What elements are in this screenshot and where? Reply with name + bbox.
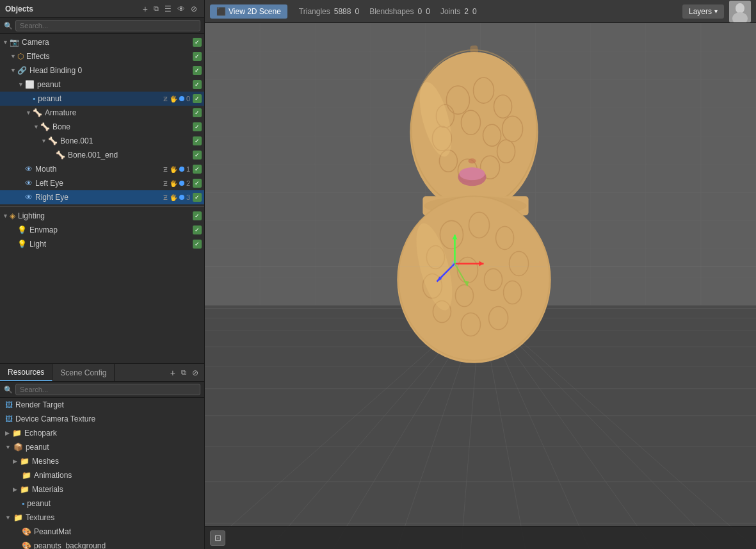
objects-search-bar: 🔍 [0, 18, 204, 34]
resources-search-bar: 🔍 [0, 382, 204, 398]
tool-icon-1: Ƶ [163, 95, 168, 102]
envmap-check: ✓ [193, 225, 202, 234]
tree-item-effects[interactable]: ▼ ⬡ Effects ✓ [0, 49, 204, 63]
resource-item-textures[interactable]: ▼ 📁 Textures [0, 511, 204, 525]
mouth-icon: 👁 [25, 165, 33, 174]
grid-background [205, 23, 756, 549]
peanut-group-icon: ⬜ [25, 80, 35, 89]
viewport-screenshot-button[interactable]: ⊡ [210, 530, 225, 546]
peanuts-bg-icon: 🎨 [22, 541, 31, 549]
left-eye-check: ✓ [193, 179, 202, 188]
armature-icon: 🦴 [33, 108, 42, 117]
left-eye-label: Left Eye [35, 179, 163, 188]
head-binding-check: ✓ [193, 66, 202, 75]
bone001-label: Bone.001 [60, 136, 192, 145]
tree-item-bone[interactable]: ▼ 🦴 Bone ✓ [0, 120, 204, 134]
resources-list: 🖼 Render Target 🖼 Device Camera Texture … [0, 398, 204, 549]
left-eye-icon: 👁 [25, 179, 33, 188]
resources-tabs: Resources Scene Config + ⧉ ⊘ [0, 364, 204, 382]
tree-item-head-binding[interactable]: ▼ 🔗 Head Binding 0 ✓ [0, 63, 204, 78]
tree-item-light[interactable]: 💡 Light ✓ [0, 237, 204, 251]
layers-button[interactable]: Layers ▾ [682, 4, 724, 19]
bone-icon: 🦴 [40, 122, 50, 131]
bone001-check: ✓ [193, 136, 202, 145]
resource-item-peanut-group[interactable]: ▼ 📦 peanut [0, 440, 204, 454]
viewport-top-bar: ⬛ View 2D Scene Triangles 5888 0 Blendsh… [205, 0, 756, 23]
objects-section-header: Objects + ⧉ ☰ 👁 ⊘ [0, 0, 204, 18]
blendshapes-stat: Blendshapes 0 0 [369, 7, 430, 16]
resource-item-peanuts-bg[interactable]: 🎨 peanuts_background [0, 539, 204, 549]
resource-folder-button[interactable]: ⧉ [179, 368, 188, 377]
meshes-icon: 📁 [20, 457, 29, 466]
resource-item-device-camera[interactable]: 🖼 Device Camera Texture [0, 412, 204, 426]
peanutmat-icon: 🎨 [22, 527, 31, 536]
tree-item-right-eye[interactable]: 👁 Right Eye Ƶ 🖐 3 ✓ [0, 190, 204, 204]
filter-resources-button[interactable]: ⊘ [190, 368, 200, 378]
view-2d-button[interactable]: ⬛ View 2D Scene [210, 4, 287, 19]
resource-item-render-target[interactable]: 🖼 Render Target [0, 398, 204, 412]
effects-icon: ⬡ [17, 52, 24, 61]
tool-icon-2: 🖐 [170, 95, 177, 102]
render-target-icon: 🖼 [5, 400, 13, 409]
add-object-button[interactable]: + [141, 3, 150, 15]
search-icon: 🔍 [4, 22, 13, 30]
peanut-group-check: ✓ [193, 80, 202, 89]
bone001-end-label: Bone.001_end [68, 151, 192, 160]
tree-item-peanut-mesh[interactable]: ▪ peanut Ƶ 🖐 0 ✓ [0, 92, 204, 106]
peanut-file-icon: ▪ [22, 499, 24, 508]
bone001-end-check: ✓ [193, 151, 202, 160]
tree-item-left-eye[interactable]: 👁 Left Eye Ƶ 🖐 2 ✓ [0, 176, 204, 190]
resource-item-peanutmat[interactable]: 🎨 PeanutMat [0, 525, 204, 539]
viewport-canvas[interactable]: ⊡ [205, 23, 756, 549]
echopark-label: Echopark [24, 429, 57, 438]
camera-label: Camera [22, 38, 192, 47]
duplicate-object-button[interactable]: ⧉ [152, 4, 161, 13]
light-icon: 💡 [17, 240, 27, 249]
head-binding-icon: 🔗 [17, 66, 27, 75]
armature-check: ✓ [193, 108, 202, 117]
tree-item-bone001[interactable]: ▼ 🦴 Bone.001 ✓ [0, 134, 204, 148]
right-eye-icon: 👁 [25, 193, 33, 202]
add-resource-button[interactable]: + [168, 367, 177, 379]
tab-resources[interactable]: Resources [0, 364, 52, 381]
resources-section: Resources Scene Config + ⧉ ⊘ 🔍 [0, 363, 204, 549]
device-camera-label: Device Camera Texture [15, 414, 95, 423]
tree-item-mouth[interactable]: 👁 Mouth Ƶ 🖐 1 ✓ [0, 162, 204, 176]
peanut-res-icon: 📦 [13, 443, 23, 452]
peanut-res-label: peanut [26, 443, 49, 452]
viewport-bottom-bar: ⊡ [205, 526, 756, 549]
svg-point-71 [468, 158, 476, 163]
resource-item-animations[interactable]: 📁 Animations [0, 468, 204, 482]
resource-item-materials[interactable]: ▶ 📁 Materials [0, 482, 204, 496]
lighting-check: ✓ [193, 211, 202, 220]
camera-visibility-check: ✓ [193, 38, 202, 47]
view-toggle-button[interactable]: ☰ [163, 4, 173, 14]
camera-icon: 📷 [10, 38, 19, 47]
resource-item-echopark[interactable]: ▶ 📁 Echopark [0, 426, 204, 440]
envmap-icon: 💡 [17, 225, 27, 234]
view-2d-icon: ⬛ [216, 7, 226, 16]
peanut-mesh-label: peanut [38, 94, 163, 103]
resources-search-input[interactable] [15, 384, 200, 395]
objects-title: Objects [5, 4, 33, 13]
resource-item-peanut-file[interactable]: ▪ peanut [0, 496, 204, 511]
peanut-group-label: peanut [37, 80, 192, 89]
tree-item-armature[interactable]: ▼ 🦴 Armature ✓ [0, 106, 204, 120]
animations-label: Animations [34, 471, 72, 480]
tree-item-camera[interactable]: ▼ 📷 Camera ✓ [0, 35, 204, 49]
materials-icon: 📁 [20, 485, 29, 494]
mouth-check: ✓ [193, 165, 202, 174]
light-label: Light [29, 240, 192, 249]
eye-visibility-button[interactable]: 👁 [175, 4, 187, 14]
tree-item-bone001-end[interactable]: 🦴 Bone.001_end ✓ [0, 148, 204, 162]
svg-point-1 [736, 3, 744, 13]
resource-item-meshes[interactable]: ▶ 📁 Meshes [0, 454, 204, 468]
tree-item-peanut-group[interactable]: ▼ ⬜ peanut ✓ [0, 78, 204, 92]
tree-item-lighting[interactable]: ▼ ◈ Lighting ✓ [0, 209, 204, 223]
tree-item-envmap[interactable]: 💡 Envmap ✓ [0, 223, 204, 237]
echopark-folder-icon: 📁 [12, 429, 22, 438]
resources-search-icon: 🔍 [4, 386, 13, 394]
filter-objects-button[interactable]: ⊘ [189, 4, 199, 14]
tab-scene-config[interactable]: Scene Config [52, 364, 115, 381]
objects-search-input[interactable] [15, 20, 200, 31]
